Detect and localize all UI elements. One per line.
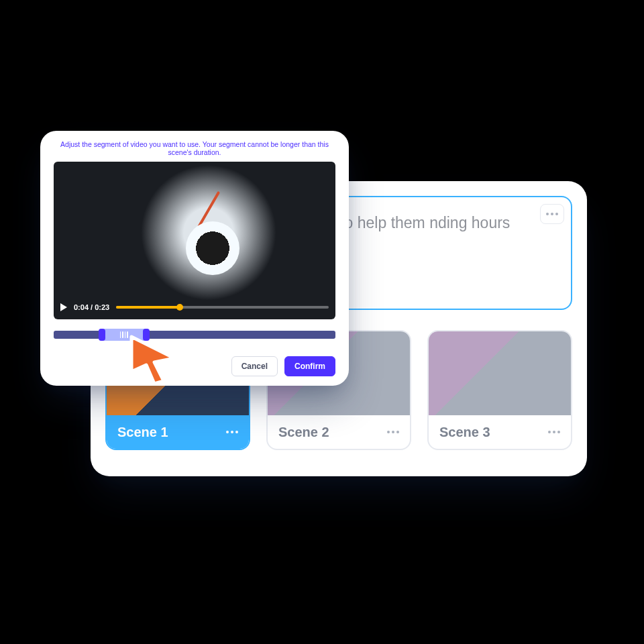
- more-icon: [226, 431, 238, 433]
- cancel-button[interactable]: Cancel: [231, 356, 278, 376]
- scene-more-button[interactable]: [548, 431, 560, 433]
- scene-name: Scene 3: [439, 425, 490, 440]
- range-track: [54, 331, 335, 339]
- dialog-actions: Cancel Confirm: [231, 356, 335, 376]
- segment-picker-dialog: Adjust the segment of video you want to …: [40, 131, 349, 386]
- prompt-more-button[interactable]: [540, 204, 564, 224]
- video-player[interactable]: 0:04 / 0:23: [54, 162, 335, 319]
- scene-thumb: [429, 331, 571, 415]
- scene-name: Scene 2: [278, 425, 329, 440]
- cursor-pointer-icon: [127, 334, 180, 386]
- scene-name: Scene 1: [117, 425, 168, 440]
- scene-footer: Scene 1: [107, 415, 249, 449]
- confirm-button[interactable]: Confirm: [284, 356, 335, 376]
- more-icon: [387, 431, 399, 433]
- segment-range[interactable]: [54, 329, 335, 341]
- player-time: 0:04 / 0:23: [74, 303, 109, 311]
- more-icon: [548, 431, 560, 433]
- scene-more-button[interactable]: [387, 431, 399, 433]
- scene-card-3[interactable]: Scene 3: [427, 330, 572, 450]
- player-controlbar: 0:04 / 0:23: [54, 295, 335, 319]
- scene-footer: Scene 2: [268, 415, 410, 449]
- segment-hint: Adjust the segment of video you want to …: [54, 140, 335, 156]
- player-seekbar[interactable]: [116, 306, 329, 309]
- scene-more-button[interactable]: [226, 431, 238, 433]
- play-icon[interactable]: [60, 303, 67, 311]
- video-decor: [195, 191, 220, 233]
- more-icon: [546, 213, 558, 215]
- seek-progress: [116, 306, 180, 309]
- seek-head-icon[interactable]: [176, 304, 183, 311]
- scene-footer: Scene 3: [429, 415, 571, 449]
